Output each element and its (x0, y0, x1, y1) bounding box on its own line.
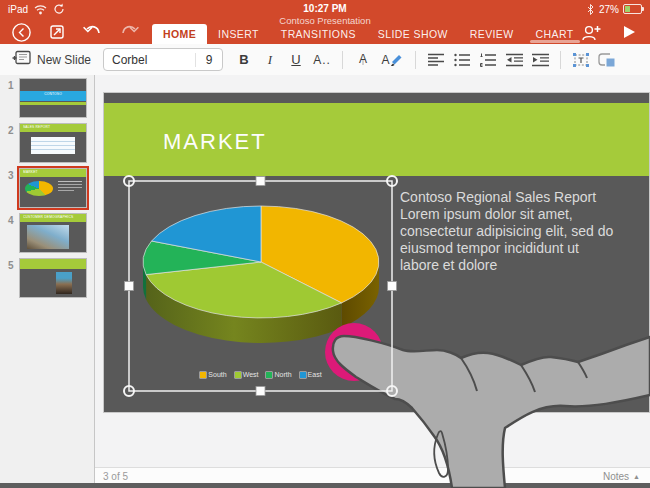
new-slide-icon (12, 50, 31, 69)
bold-button[interactable]: B (231, 48, 257, 72)
new-slide-button[interactable]: New Slide (12, 50, 91, 69)
toolbar-divider (415, 51, 416, 69)
clock: 10:27 PM (0, 3, 650, 14)
slideshow-play-button[interactable] (618, 21, 640, 43)
italic-button[interactable]: I (257, 48, 283, 72)
slide-number: 2 (8, 125, 14, 136)
slide-number: 4 (8, 215, 14, 226)
app-header: iPad 10:27 PM 27% Contoso Presenta (0, 0, 650, 44)
numbered-list-button[interactable] (475, 48, 501, 72)
toolbar-divider (342, 51, 343, 69)
thumbnail-photo (56, 272, 72, 294)
bottom-edge-strip (0, 483, 650, 488)
formatting-toolbar: New Slide Corbel 9 B I U A.. A A (0, 44, 650, 76)
align-button[interactable] (423, 48, 449, 72)
font-formatting-more-button[interactable]: A.. (309, 48, 335, 72)
share-add-person-button[interactable] (580, 21, 602, 43)
ribbon-row: HOME INSERT TRANSITIONS SLIDE SHOW REVIE… (0, 20, 650, 44)
legend-item-south: South (200, 371, 226, 378)
ribbon-tabs: HOME INSERT TRANSITIONS SLIDE SHOW REVIE… (152, 20, 585, 44)
tab-home[interactable]: HOME (152, 24, 207, 44)
footer-bar: 3 of 5 Notes ▲ (95, 467, 650, 483)
legend-item-east: East (300, 371, 322, 378)
thumbnail-photo (27, 225, 69, 249)
underline-button[interactable]: U (283, 48, 309, 72)
outdent-button[interactable] (501, 48, 527, 72)
font-color-button[interactable]: A (350, 48, 376, 72)
notes-toggle-button[interactable]: Notes ▲ (603, 471, 640, 482)
font-selector[interactable]: Corbel 9 (103, 48, 223, 71)
slide-thumbnail-1[interactable]: CONTOSO (20, 79, 86, 117)
powerpoint-ipad-app: iPad 10:27 PM 27% Contoso Presenta (0, 0, 650, 488)
thumbnail-title: CONTOSO (35, 92, 71, 95)
redo-button[interactable] (118, 21, 140, 43)
tab-review[interactable]: REVIEW (459, 24, 525, 44)
slide-number: 5 (8, 260, 14, 271)
battery-icon (623, 4, 642, 14)
thumbnail-title: MARKET (23, 170, 38, 173)
legend-item-west: West (235, 371, 259, 378)
slide-thumbnail-5[interactable] (20, 259, 86, 297)
tab-transitions[interactable]: TRANSITIONS (270, 24, 367, 44)
indent-button[interactable] (527, 48, 553, 72)
pen-icon (390, 53, 403, 66)
slide-number: 1 (8, 80, 14, 91)
legend-swatch-east (300, 372, 306, 378)
thumbnail-row-4: 4 CUSTOMER DEMOGRAPHICS (0, 214, 94, 252)
thumbnail-row-2: 2 SALES REPORT (0, 124, 94, 162)
notes-expand-arrow-icon: ▲ (633, 473, 640, 480)
chart-legend: South West North East (141, 371, 381, 378)
thumbnail-row-3: 3 MARKET (0, 169, 94, 207)
toolbar-divider (560, 51, 561, 69)
slide-thumbnail-2[interactable]: SALES REPORT (20, 124, 86, 162)
thumbnail-row-1: 1 CONTOSO (0, 79, 94, 117)
font-size-value[interactable]: 9 (195, 53, 222, 67)
bluetooth-icon (587, 3, 595, 15)
legend-swatch-west (235, 372, 241, 378)
back-button[interactable] (10, 21, 32, 43)
tab-chart[interactable]: CHART (525, 24, 585, 44)
tab-insert[interactable]: INSERT (207, 24, 270, 44)
page-indicator: 3 of 5 (103, 471, 128, 482)
slide-body-text[interactable]: Contoso Regional Sales Report Lorem ipsu… (400, 189, 645, 274)
legend-swatch-south (200, 372, 206, 378)
tab-slide-show[interactable]: SLIDE SHOW (367, 24, 459, 44)
legend-swatch-north (266, 372, 272, 378)
slide-editor[interactable]: MARKET (104, 93, 649, 412)
undo-button[interactable] (82, 21, 104, 43)
thumbnail-title: CUSTOMER DEMOGRAPHICS (23, 215, 73, 218)
font-color-swatch (362, 60, 364, 65)
file-actions-button[interactable] (46, 21, 68, 43)
slide-canvas-area: MARKET (95, 75, 650, 483)
text-box-button[interactable] (568, 48, 594, 72)
slide-thumbnail-panel: 1 CONTOSO 2 SALES REPORT 3 (0, 75, 95, 483)
text-highlight-pen-button[interactable]: A (376, 48, 408, 72)
shapes-button[interactable] (594, 48, 620, 72)
legend-item-north: North (266, 371, 291, 378)
slide-number: 3 (8, 170, 14, 181)
slide-thumbnail-4[interactable]: CUSTOMER DEMOGRAPHICS (20, 214, 86, 252)
thumbnail-row-5: 5 (0, 259, 94, 297)
battery-percent: 27% (599, 4, 619, 15)
thumbnail-pie-chart (25, 181, 53, 196)
slide-thumbnail-3-selected[interactable]: MARKET (20, 169, 86, 207)
font-name-value[interactable]: Corbel (104, 53, 195, 67)
new-slide-label: New Slide (37, 53, 91, 67)
thumbnail-title: SALES REPORT (23, 125, 50, 128)
contextual-tab-indicator (530, 40, 580, 43)
bullet-list-button[interactable] (449, 48, 475, 72)
